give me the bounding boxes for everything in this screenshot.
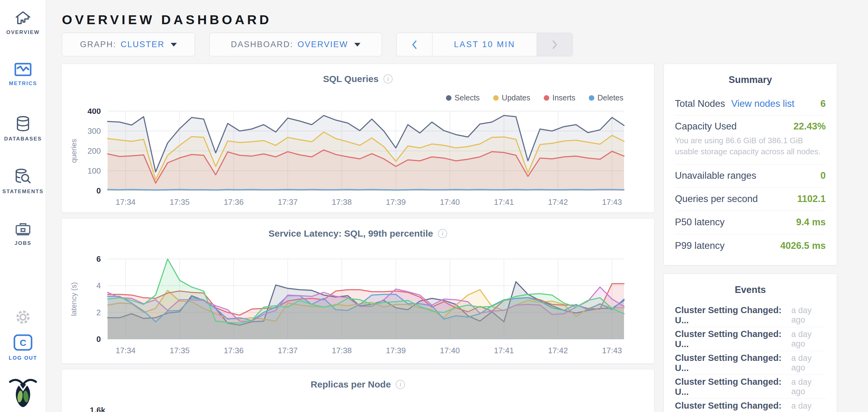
legend-dot	[589, 95, 594, 101]
svg-text:queries: queries	[69, 139, 78, 163]
svg-text:0: 0	[97, 335, 101, 344]
svg-text:C: C	[20, 338, 26, 348]
event-title: Cluster Setting Changed: U...	[675, 329, 792, 349]
sql-queries-panel: SQL Queries i Selects Updates Inserts De…	[61, 64, 654, 213]
svg-text:latency (s): latency (s)	[69, 282, 78, 316]
svg-text:6: 6	[97, 255, 101, 264]
legend-dot	[446, 95, 452, 101]
svg-text:17:34: 17:34	[116, 346, 135, 355]
sidebar-item-overview[interactable]: OVERVIEW	[0, 10, 46, 35]
svg-text:400: 400	[88, 109, 101, 116]
time-window-value[interactable]: LAST 10 MIN	[432, 33, 537, 56]
event-row[interactable]: Cluster Setting Changed: U... a day ago	[675, 327, 826, 351]
summary-row-p50: P50 latency 9.4 ms	[675, 211, 826, 234]
event-row[interactable]: Cluster Setting Changed: U... a day ago	[675, 303, 826, 327]
summary-value: 4026.5 ms	[780, 240, 826, 251]
svg-text:17:35: 17:35	[170, 346, 190, 355]
graph-dropdown-value: CLUSTER	[121, 40, 165, 49]
dashboard-dropdown[interactable]: DASHBOARD: OVERVIEW	[209, 33, 382, 56]
event-title: Cluster Setting Changed: U...	[675, 353, 792, 373]
summary-label: Capacity Used	[675, 121, 737, 132]
event-row[interactable]: Cluster Setting Changed: U... a day ago	[675, 351, 826, 375]
chart-title: Service Latency: SQL, 99th percentile	[269, 228, 433, 239]
replicas-per-node-panel: Replicas per Node i 1.6k	[61, 369, 654, 412]
svg-text:0: 0	[97, 186, 101, 195]
briefcase-icon	[15, 222, 31, 237]
svg-text:17:41: 17:41	[494, 346, 514, 355]
view-nodes-list-link[interactable]: View nodes list	[731, 98, 795, 109]
svg-text:17:39: 17:39	[386, 198, 406, 207]
sidebar-item-jobs[interactable]: JOBS	[0, 222, 46, 246]
legend-item-deletes[interactable]: Deletes	[589, 93, 623, 102]
metrics-icon	[14, 63, 32, 77]
summary-value: 0	[820, 170, 826, 181]
events-title: Events	[664, 284, 837, 296]
sidebar-item-statements[interactable]: STATEMENTS	[0, 168, 46, 195]
event-title: Cluster Setting Changed: U...	[675, 377, 792, 397]
legend-dot	[544, 95, 549, 101]
info-icon[interactable]: i	[396, 380, 405, 389]
sidebar-item-metrics[interactable]: METRICS	[0, 63, 46, 87]
database-icon	[16, 116, 30, 133]
event-row[interactable]: Cluster Setting Changed: U... a day ago	[675, 375, 826, 399]
svg-text:17:40: 17:40	[440, 198, 460, 207]
svg-text:17:37: 17:37	[278, 198, 298, 207]
time-window-prev-button[interactable]	[397, 33, 432, 56]
service-latency-chart[interactable]: 17:3417:3517:3617:3717:3817:3917:4017:41…	[62, 255, 655, 359]
legend-label: Updates	[502, 93, 530, 102]
summary-row-qps: Queries per second 1102.1	[675, 187, 826, 211]
summary-value: 9.4 ms	[796, 217, 826, 228]
legend-item-updates[interactable]: Updates	[493, 93, 530, 102]
svg-text:300: 300	[88, 127, 101, 136]
svg-text:17:43: 17:43	[602, 198, 622, 207]
settings-button[interactable]	[0, 309, 46, 326]
summary-label: Unavailable ranges	[675, 170, 756, 181]
capacity-description: You are using 86.6 GiB of 386.1 GiB usab…	[675, 135, 826, 157]
cockroach-logo[interactable]	[0, 377, 46, 409]
gear-icon	[15, 309, 31, 326]
home-icon	[15, 10, 31, 26]
page-title: OVERVIEW DASHBOARD	[62, 12, 272, 27]
events-panel: Events Cluster Setting Changed: U... a d…	[663, 274, 837, 412]
svg-text:17:40: 17:40	[440, 346, 460, 355]
summary-label: Queries per second	[675, 194, 758, 204]
graph-dropdown[interactable]: GRAPH: CLUSTER	[62, 33, 195, 56]
svg-text:17:39: 17:39	[386, 346, 406, 355]
summary-label: P99 latency	[675, 240, 724, 251]
sidebar-item-databases[interactable]: DATABASES	[0, 116, 46, 142]
graph-dropdown-label: GRAPH:	[80, 40, 117, 49]
chevron-down-icon	[171, 43, 177, 46]
dashboard-dropdown-label: DASHBOARD:	[231, 40, 293, 49]
logout-button[interactable]: C LOG OUT	[0, 334, 46, 361]
summary-value: 6	[820, 98, 826, 109]
svg-text:17:37: 17:37	[278, 346, 298, 355]
svg-text:100: 100	[88, 166, 101, 175]
summary-row-total-nodes: Total Nodes View nodes list 6	[675, 92, 826, 115]
sidebar: OVERVIEW METRICS DATABASES STATEMENTS JO…	[0, 0, 46, 412]
legend-dot	[493, 95, 499, 101]
event-time: a day ago	[792, 377, 826, 397]
sql-queries-chart[interactable]: 17:3417:3517:3617:3717:3817:3917:4017:41…	[62, 109, 655, 210]
service-latency-panel: Service Latency: SQL, 99th percentile i …	[61, 218, 654, 364]
summary-value: 22.43%	[794, 121, 826, 132]
y-axis-tick: 1.6k	[90, 406, 105, 412]
event-time: a day ago	[792, 353, 826, 373]
summary-label: Total Nodes	[675, 98, 725, 109]
summary-row-p99: P99 latency 4026.5 ms	[675, 234, 826, 258]
svg-text:17:38: 17:38	[332, 198, 352, 207]
summary-label: P50 latency	[675, 217, 724, 228]
logout-label: LOG OUT	[0, 355, 46, 361]
legend-label: Selects	[455, 93, 480, 102]
svg-text:17:41: 17:41	[494, 198, 514, 207]
svg-text:17:36: 17:36	[224, 198, 244, 207]
event-time: a day ago	[792, 401, 826, 412]
time-window-next-button[interactable]	[537, 33, 572, 56]
legend-label: Deletes	[597, 93, 623, 102]
legend-item-inserts[interactable]: Inserts	[544, 93, 575, 102]
info-icon[interactable]: i	[383, 74, 393, 83]
info-icon[interactable]: i	[438, 229, 447, 238]
legend-item-selects[interactable]: Selects	[446, 93, 480, 102]
legend-label: Inserts	[552, 93, 575, 102]
sidebar-item-label: JOBS	[0, 240, 46, 246]
event-row[interactable]: Cluster Setting Changed: U... a day ago	[675, 399, 826, 412]
